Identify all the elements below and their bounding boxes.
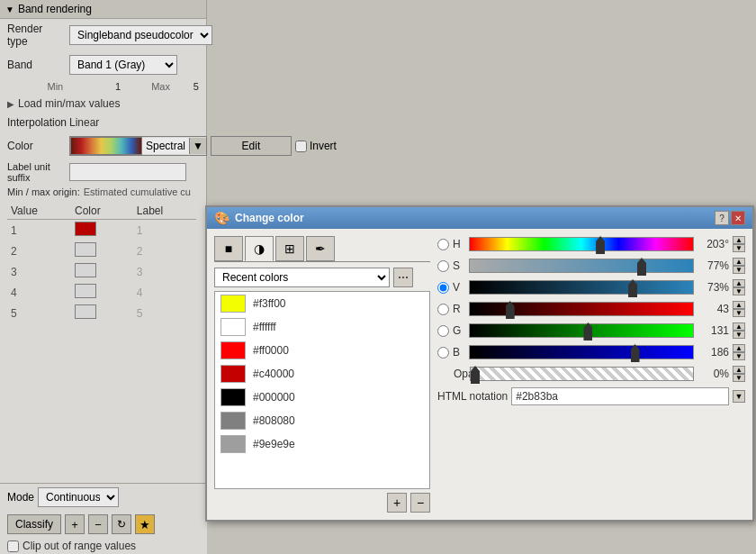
- r-down[interactable]: ▼: [733, 309, 745, 317]
- list-item-label: #ffffff: [253, 321, 276, 333]
- recent-colors-select[interactable]: Recent colors: [214, 268, 390, 287]
- h-slider[interactable]: [469, 237, 694, 251]
- tab-grid[interactable]: ⊞: [275, 236, 304, 261]
- color-tabs: ■ ◑ ⊞ ✒: [214, 236, 430, 262]
- opacity-stepper: ▲ ▼: [733, 366, 745, 382]
- list-item[interactable]: #ff0000: [215, 339, 429, 362]
- list-item-swatch: [220, 341, 246, 359]
- g-slider[interactable]: [469, 323, 694, 338]
- g-down[interactable]: ▼: [733, 331, 745, 339]
- dialog-title-bar: 🎨 Change color ? ✕: [207, 207, 752, 229]
- list-item-swatch: [220, 318, 246, 336]
- list-item[interactable]: #f3ff00: [215, 292, 429, 315]
- list-item-swatch: [220, 295, 246, 313]
- g-up[interactable]: ▲: [733, 322, 745, 331]
- list-item-label: #808080: [253, 414, 295, 427]
- h-label: H: [453, 238, 465, 250]
- list-item[interactable]: #808080: [215, 409, 429, 432]
- b-down[interactable]: ▼: [733, 352, 745, 360]
- g-stepper: ▲ ▼: [733, 322, 745, 339]
- r-stepper: ▲ ▼: [733, 301, 745, 317]
- v-value: 73%: [698, 281, 729, 294]
- recent-expand-button[interactable]: ⋯: [393, 268, 413, 287]
- dialog-right-panel: H 203° ▲ ▼ S 77% ▲ ▼: [437, 236, 745, 513]
- opacity-slider[interactable]: [470, 367, 694, 381]
- h-down[interactable]: ▼: [733, 244, 745, 252]
- list-item-swatch: [220, 412, 246, 430]
- tab-circle[interactable]: ◑: [245, 236, 274, 261]
- list-item-label: #c40000: [253, 368, 294, 380]
- b-label: B: [453, 346, 465, 359]
- dialog-body: ■ ◑ ⊞ ✒ Recent colors ⋯ #f3ff00#ffffff#f…: [207, 229, 752, 520]
- change-color-dialog: 🎨 Change color ? ✕ ■ ◑ ⊞ ✒ Recent colors…: [205, 205, 754, 522]
- v-stepper: ▲ ▼: [733, 279, 745, 295]
- opacity-row: Opacity 0% ▲ ▼: [437, 366, 745, 382]
- s-slider-row: S 77% ▲ ▼: [437, 258, 745, 274]
- list-item[interactable]: #000000: [215, 386, 429, 409]
- h-value: 203°: [698, 238, 729, 250]
- v-label: V: [453, 281, 465, 294]
- r-value: 43: [698, 303, 729, 315]
- r-radio[interactable]: [437, 304, 449, 315]
- g-slider-row: G 131 ▲ ▼: [437, 322, 745, 339]
- b-value: 186: [698, 346, 729, 359]
- v-radio[interactable]: [437, 282, 449, 294]
- recent-colors-row: Recent colors ⋯: [214, 268, 430, 287]
- opacity-label: Opacity: [454, 368, 466, 380]
- list-item-label: #000000: [253, 391, 295, 404]
- list-item[interactable]: #ffffff: [215, 315, 429, 339]
- list-item-label: #ff0000: [253, 344, 289, 357]
- v-up[interactable]: ▲: [733, 279, 745, 287]
- list-item-swatch: [220, 435, 246, 453]
- s-up[interactable]: ▲: [733, 258, 745, 266]
- s-slider[interactable]: [469, 259, 694, 273]
- h-stepper: ▲ ▼: [733, 236, 745, 252]
- h-up[interactable]: ▲: [733, 236, 745, 244]
- list-item-label: #f3ff00: [253, 297, 285, 310]
- b-radio[interactable]: [437, 347, 449, 359]
- html-notation-input[interactable]: [511, 387, 729, 405]
- s-label: S: [453, 259, 465, 272]
- s-radio[interactable]: [437, 260, 449, 272]
- add-color-button[interactable]: +: [387, 493, 407, 513]
- color-list[interactable]: #f3ff00#ffffff#ff0000#c40000#000000#8080…: [214, 291, 430, 489]
- g-radio[interactable]: [437, 325, 449, 337]
- h-radio[interactable]: [437, 239, 449, 250]
- r-slider-row: R 43 ▲ ▼: [437, 301, 745, 317]
- opacity-up[interactable]: ▲: [733, 366, 745, 374]
- list-item-swatch: [220, 388, 246, 406]
- html-notation-label: HTML notation: [437, 390, 508, 403]
- list-item-swatch: [220, 365, 246, 383]
- b-slider-row: B 186 ▲ ▼: [437, 344, 745, 360]
- dialog-title-text: Change color: [235, 212, 304, 224]
- r-label: R: [453, 303, 465, 315]
- b-stepper: ▲ ▼: [733, 344, 745, 360]
- list-item[interactable]: #9e9e9e: [215, 432, 429, 456]
- list-item-label: #9e9e9e: [253, 438, 295, 450]
- r-up[interactable]: ▲: [733, 301, 745, 309]
- opacity-value: 0%: [698, 368, 729, 380]
- v-down[interactable]: ▼: [733, 287, 745, 295]
- list-item[interactable]: #c40000: [215, 362, 429, 386]
- h-slider-row: H 203° ▲ ▼: [437, 236, 745, 252]
- dialog-close-button[interactable]: ✕: [731, 211, 745, 225]
- dialog-controls: ? ✕: [715, 211, 745, 225]
- s-value: 77%: [698, 259, 729, 272]
- remove-color-button[interactable]: −: [410, 493, 430, 513]
- v-slider-row: V 73% ▲ ▼: [437, 279, 745, 295]
- dialog-left-panel: ■ ◑ ⊞ ✒ Recent colors ⋯ #f3ff00#ffffff#f…: [214, 236, 430, 513]
- g-label: G: [453, 324, 465, 337]
- dialog-help-button[interactable]: ?: [715, 211, 729, 225]
- r-slider[interactable]: [469, 302, 694, 316]
- b-up[interactable]: ▲: [733, 344, 745, 352]
- color-list-actions: + −: [214, 493, 430, 513]
- v-slider[interactable]: [469, 280, 694, 295]
- b-slider[interactable]: [469, 345, 694, 359]
- tab-dropper[interactable]: ✒: [306, 236, 335, 261]
- html-notation-row: HTML notation ▼: [437, 387, 745, 405]
- opacity-down[interactable]: ▼: [733, 374, 745, 382]
- tab-square[interactable]: ■: [214, 236, 243, 261]
- html-arrow-button[interactable]: ▼: [733, 390, 745, 403]
- s-stepper: ▲ ▼: [733, 258, 745, 274]
- s-down[interactable]: ▼: [733, 266, 745, 274]
